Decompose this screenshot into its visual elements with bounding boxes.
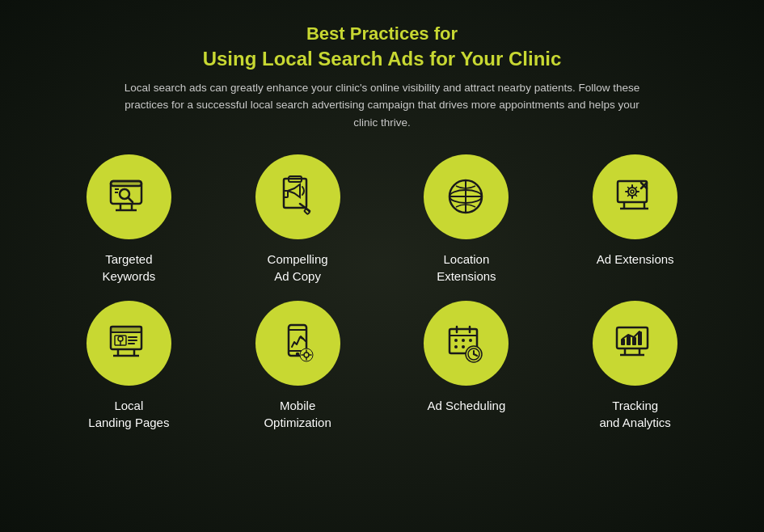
svg-line-29 [635, 194, 637, 196]
subtitle: Local search ads can greatly enhance you… [124, 79, 641, 132]
svg-line-31 [628, 194, 630, 196]
svg-rect-11 [284, 191, 288, 197]
svg-line-49 [303, 339, 306, 341]
ad-extensions-icon-circle [593, 154, 677, 239]
location-extensions-label: Location Extensions [437, 251, 496, 285]
svg-point-47 [296, 353, 298, 355]
local-landing-pages-label: Local Landing Pages [88, 397, 169, 431]
svg-line-28 [628, 187, 630, 188]
title-line1: Best Practices for [124, 23, 641, 46]
card-location-extensions: Location Extensions [386, 154, 547, 285]
title-line2: Using Local Search Ads for Your Clinic [124, 46, 641, 71]
ad-scheduling-icon-circle [424, 301, 509, 386]
card-mobile-optimization: Mobile Optimization [217, 301, 378, 431]
targeted-keywords-label: Targeted Keywords [102, 251, 155, 285]
tracking-analytics-icon-circle [593, 301, 677, 386]
tracking-analytics-icon [613, 321, 657, 365]
local-landing-pages-icon-circle [87, 301, 171, 386]
ad-scheduling-label: Ad Scheduling [428, 397, 506, 414]
mobile-optimization-icon [276, 321, 320, 365]
svg-point-64 [462, 345, 465, 348]
svg-line-30 [635, 187, 637, 188]
svg-point-61 [462, 339, 465, 342]
svg-point-63 [454, 345, 458, 348]
ad-scheduling-icon [444, 321, 488, 365]
targeted-keywords-icon [107, 175, 151, 219]
cards-grid: Targeted Keywords [49, 154, 715, 431]
svg-rect-35 [111, 327, 141, 332]
compelling-ad-copy-label: Compelling Ad Copy [268, 251, 328, 285]
card-local-landing-pages: Local Landing Pages [49, 301, 209, 431]
card-ad-extensions: Ad Extensions [555, 154, 715, 285]
svg-point-23 [631, 190, 634, 193]
svg-rect-1 [111, 181, 141, 186]
mobile-optimization-icon-circle [255, 301, 340, 386]
header-section: Best Practices for Using Local Search Ad… [124, 23, 641, 132]
svg-line-6 [128, 197, 133, 202]
mobile-optimization-label: Mobile Optimization [264, 397, 331, 431]
svg-point-69 [473, 353, 475, 354]
location-extensions-icon-circle [424, 154, 509, 239]
ad-extensions-icon [613, 175, 657, 219]
card-targeted-keywords: Targeted Keywords [49, 154, 209, 285]
card-compelling-ad-copy: Compelling Ad Copy [217, 154, 378, 285]
targeted-keywords-icon-circle [87, 154, 171, 239]
location-extensions-icon [444, 175, 488, 219]
svg-point-43 [118, 336, 123, 341]
svg-point-60 [454, 339, 458, 342]
svg-point-62 [469, 339, 472, 342]
card-tracking-analytics: Tracking and Analytics [555, 301, 715, 431]
compelling-ad-copy-icon [276, 175, 320, 219]
card-ad-scheduling: Ad Scheduling [386, 301, 547, 431]
main-content: Best Practices for Using Local Search Ad… [0, 0, 764, 532]
tracking-analytics-label: Tracking and Analytics [599, 397, 670, 431]
local-landing-pages-icon [107, 321, 151, 365]
svg-rect-74 [621, 339, 625, 345]
svg-rect-76 [632, 337, 636, 345]
ad-extensions-label: Ad Extensions [597, 251, 674, 268]
compelling-ad-copy-icon-circle [255, 154, 340, 239]
